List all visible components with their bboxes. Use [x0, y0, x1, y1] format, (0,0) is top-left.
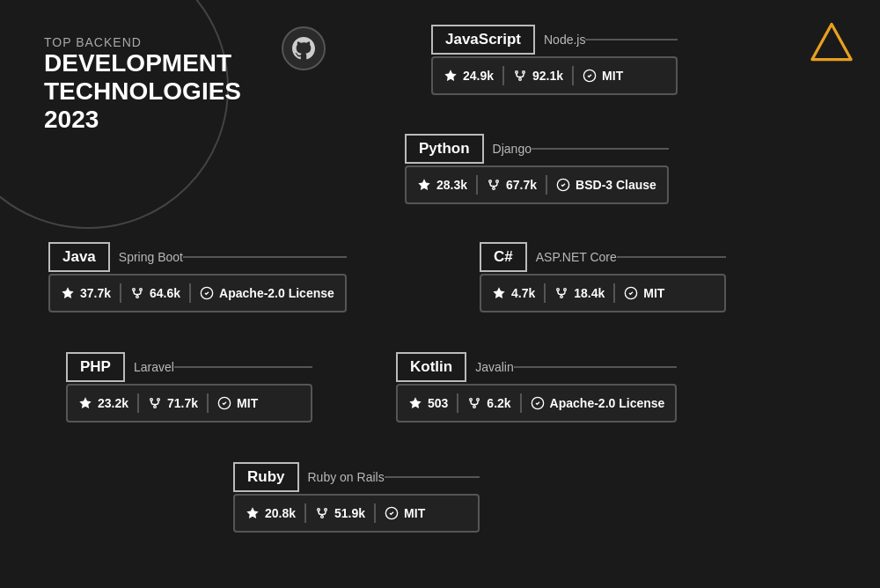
card-java: Java Spring Boot 37.7k 64.6k Apache-2.0 … — [48, 242, 347, 312]
svg-point-1 — [516, 71, 518, 74]
card-header-python: Python Django — [405, 134, 669, 164]
license-stat-kotlin: Apache-2.0 License — [531, 396, 665, 410]
fork-icon — [467, 396, 481, 410]
framework-label-javascript: Node.js — [544, 33, 585, 47]
triangle-icon — [810, 22, 854, 62]
divider2-ruby — [374, 503, 376, 523]
svg-point-20 — [564, 289, 567, 291]
card-javascript: JavaScript Node.js 24.9k 92.1k MIT — [431, 25, 678, 95]
card-php: PHP Laravel 23.2k 71.7k MIT — [66, 352, 312, 423]
svg-point-32 — [477, 399, 480, 401]
stats-box-ruby: 20.8k 51.9k MIT — [233, 494, 480, 533]
title-line2: DEVELOPMENT — [44, 49, 241, 77]
title-top: TOP BACKEND — [44, 35, 241, 49]
license-value-java: Apache-2.0 License — [219, 286, 334, 300]
license-stat-java: Apache-2.0 License — [200, 286, 334, 300]
star-icon — [408, 396, 422, 410]
divider1-ruby — [304, 503, 306, 523]
fork-icon — [130, 286, 144, 300]
stats-box-csharp: 4.7k 18.4k MIT — [480, 274, 726, 312]
svg-point-31 — [470, 399, 473, 401]
stars-value-ruby: 20.8k — [265, 506, 296, 520]
forks-stat-csharp: 18.4k — [554, 286, 605, 300]
fork-icon — [513, 69, 527, 83]
divider2-java — [189, 283, 191, 303]
svg-point-15 — [136, 296, 139, 298]
stars-value-csharp: 4.7k — [511, 286, 535, 300]
stats-box-kotlin: 503 6.2k Apache-2.0 License — [396, 384, 677, 423]
stars-stat-ruby: 20.8k — [246, 506, 296, 520]
license-stat-csharp: MIT — [624, 286, 664, 300]
card-csharp: C# ASP.NET Core 4.7k 18.4k MIT — [480, 242, 726, 312]
forks-value-python: 67.7k — [506, 178, 537, 192]
svg-point-26 — [158, 399, 160, 401]
license-stat-php: MIT — [217, 396, 258, 410]
lang-badge-csharp: C# — [480, 242, 527, 272]
license-icon — [200, 286, 214, 300]
svg-point-3 — [519, 78, 522, 81]
stats-box-java: 37.7k 64.6k Apache-2.0 License — [48, 274, 347, 312]
title-line4: 2023 — [44, 106, 241, 134]
github-logo — [292, 37, 315, 60]
license-stat-javascript: MIT — [583, 69, 623, 83]
lang-badge-java: Java — [48, 242, 110, 272]
card-header-ruby: Ruby Ruby on Rails — [233, 462, 480, 492]
stars-stat-javascript: 24.9k — [444, 69, 494, 83]
forks-value-csharp: 18.4k — [574, 286, 605, 300]
card-kotlin: Kotlin Javalin 503 6.2k Apache-2.0 Licen… — [396, 352, 677, 423]
forks-stat-python: 67.7k — [487, 178, 537, 192]
lang-badge-kotlin: Kotlin — [396, 352, 466, 382]
triangle-logo — [810, 22, 854, 65]
license-icon — [217, 396, 231, 410]
header-line-javascript — [585, 39, 678, 40]
stars-value-python: 28.3k — [436, 178, 467, 192]
forks-stat-kotlin: 6.2k — [467, 396, 510, 410]
license-stat-python: BSD-3 Clause — [556, 178, 656, 192]
svg-point-37 — [318, 509, 320, 511]
divider2-python — [546, 175, 547, 195]
star-icon — [61, 286, 75, 300]
svg-point-8 — [496, 180, 499, 183]
svg-point-38 — [325, 509, 327, 511]
forks-stat-java: 64.6k — [130, 286, 180, 300]
divider1-python — [476, 175, 478, 195]
star-icon — [417, 178, 431, 192]
star-icon — [78, 396, 92, 410]
divider2-csharp — [613, 283, 615, 303]
svg-point-2 — [523, 71, 525, 74]
license-value-php: MIT — [237, 396, 258, 410]
stars-value-javascript: 24.9k — [463, 69, 494, 83]
divider2-php — [207, 393, 209, 413]
forks-value-javascript: 92.1k — [532, 69, 563, 83]
license-value-csharp: MIT — [643, 286, 664, 300]
stars-stat-csharp: 4.7k — [492, 286, 535, 300]
framework-label-kotlin: Javalin — [475, 360, 514, 374]
divider1-javascript — [502, 66, 504, 85]
card-python: Python Django 28.3k 67.7k BSD-3 Clause — [405, 134, 669, 204]
header-line-java — [183, 256, 347, 258]
card-ruby: Ruby Ruby on Rails 20.8k 51.9k MIT — [233, 462, 480, 533]
forks-value-ruby: 51.9k — [334, 506, 365, 520]
stars-value-php: 23.2k — [98, 396, 128, 410]
framework-label-csharp: ASP.NET Core — [536, 250, 617, 264]
license-icon — [624, 286, 638, 300]
svg-marker-0 — [812, 24, 851, 59]
stats-box-python: 28.3k 67.7k BSD-3 Clause — [405, 165, 669, 204]
stats-box-javascript: 24.9k 92.1k MIT — [431, 56, 678, 95]
license-icon — [583, 69, 597, 83]
header-line-ruby — [385, 476, 480, 478]
license-value-ruby: MIT — [404, 506, 425, 520]
forks-value-php: 71.7k — [167, 396, 198, 410]
stars-value-kotlin: 503 — [428, 396, 448, 410]
fork-icon — [148, 396, 162, 410]
license-value-kotlin: Apache-2.0 License — [550, 396, 665, 410]
svg-point-33 — [473, 406, 476, 408]
svg-point-13 — [133, 289, 136, 291]
lang-badge-javascript: JavaScript — [431, 25, 535, 55]
svg-point-9 — [493, 187, 495, 190]
github-icon[interactable] — [282, 26, 326, 70]
framework-label-java: Spring Boot — [119, 250, 183, 264]
forks-value-kotlin: 6.2k — [487, 396, 510, 410]
stars-stat-kotlin: 503 — [408, 396, 448, 410]
star-icon — [246, 506, 260, 520]
